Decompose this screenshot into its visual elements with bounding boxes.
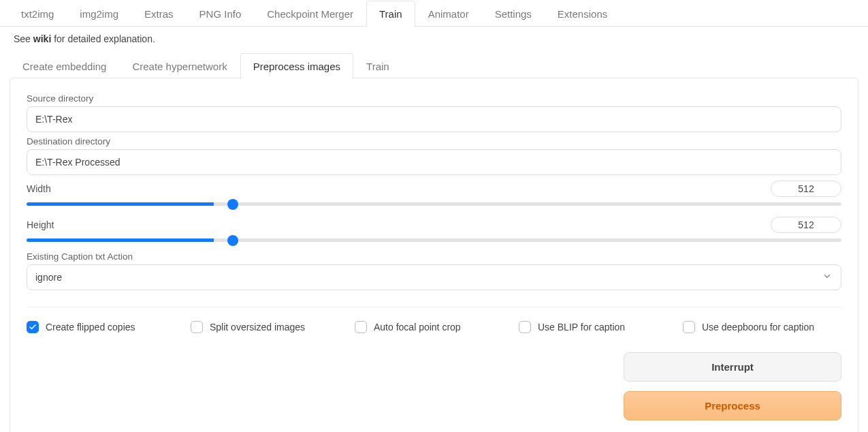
check-split-oversized[interactable]: Split oversized images	[191, 321, 349, 333]
tab-pnginfo[interactable]: PNG Info	[187, 1, 255, 27]
main-tabs: txt2img img2img Extras PNG Info Checkpoi…	[0, 0, 868, 27]
subtab-train[interactable]: Train	[353, 53, 402, 79]
subtab-create-hypernetwork[interactable]: Create hypernetwork	[119, 53, 240, 79]
tab-animator[interactable]: Animator	[415, 1, 482, 27]
caption-action-label: Existing Caption txt Action	[27, 251, 841, 262]
check-auto-focal[interactable]: Auto focal point crop	[355, 321, 513, 333]
width-slider[interactable]	[27, 202, 841, 206]
checkbox-icon	[355, 321, 367, 333]
width-label: Width	[27, 183, 51, 194]
checkbox-icon	[191, 321, 203, 333]
tab-extensions[interactable]: Extensions	[545, 1, 620, 27]
wiki-hint: See wiki for detailed explanation.	[0, 27, 868, 52]
tab-txt2img[interactable]: txt2img	[8, 1, 67, 27]
wiki-pre: See	[14, 33, 33, 44]
dest-dir-label: Destination directory	[27, 136, 841, 146]
source-dir-label: Source directory	[27, 93, 841, 104]
preprocess-button[interactable]: Preprocess	[624, 391, 841, 420]
check-label: Auto focal point crop	[374, 322, 461, 333]
source-dir-input[interactable]	[27, 106, 841, 132]
wiki-link[interactable]: wiki	[33, 33, 51, 44]
height-slider[interactable]	[27, 238, 841, 242]
options-row: Create flipped copies Split oversized im…	[27, 307, 841, 336]
preprocess-panel: Source directory Destination directory W…	[10, 78, 858, 432]
tab-img2img[interactable]: img2img	[67, 1, 131, 27]
tab-settings[interactable]: Settings	[482, 1, 545, 27]
tab-train[interactable]: Train	[366, 1, 415, 27]
check-label: Use deepbooru for caption	[702, 322, 814, 333]
wiki-post: for detailed explanation.	[51, 33, 155, 44]
tab-checkpoint-merger[interactable]: Checkpoint Merger	[254, 1, 366, 27]
action-buttons: Interrupt Preprocess	[27, 352, 841, 420]
width-value-input[interactable]	[771, 181, 841, 197]
check-label: Create flipped copies	[46, 322, 135, 333]
checkbox-icon	[683, 321, 695, 333]
height-label: Height	[27, 219, 54, 230]
check-blip[interactable]: Use BLIP for caption	[519, 321, 677, 333]
subtab-preprocess-images[interactable]: Preprocess images	[240, 53, 353, 79]
height-value-input[interactable]	[771, 217, 841, 233]
checkbox-icon	[27, 321, 39, 333]
check-flipped-copies[interactable]: Create flipped copies	[27, 321, 185, 333]
subtab-create-embedding[interactable]: Create embedding	[10, 53, 119, 79]
check-deepbooru[interactable]: Use deepbooru for caption	[683, 321, 841, 333]
check-label: Use BLIP for caption	[538, 322, 625, 333]
tab-extras[interactable]: Extras	[131, 1, 187, 27]
interrupt-button[interactable]: Interrupt	[624, 352, 841, 382]
caption-action-select[interactable]: ignore	[27, 264, 841, 290]
dest-dir-input[interactable]	[27, 149, 841, 175]
check-label: Split oversized images	[210, 322, 305, 333]
train-sub-tabs: Create embedding Create hypernetwork Pre…	[10, 52, 858, 78]
checkbox-icon	[519, 321, 531, 333]
